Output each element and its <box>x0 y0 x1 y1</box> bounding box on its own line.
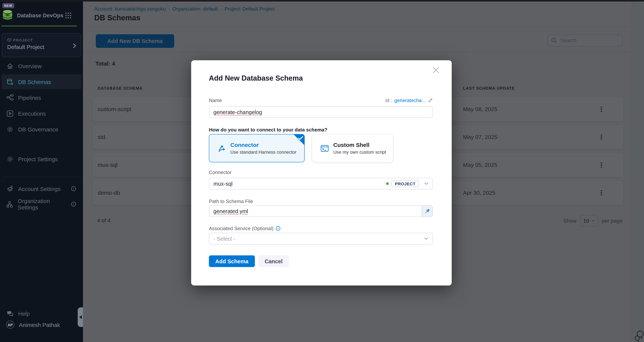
sidebar-nav: Overview DB Schemas <box>2 58 82 137</box>
home-icon <box>6 62 14 69</box>
sidebar-item-account-settings[interactable]: Account Settings <box>2 181 82 196</box>
cancel-button[interactable]: Cancel <box>258 255 289 267</box>
connector-label: Connector <box>209 169 232 175</box>
project-selector[interactable]: PROJECT Default Project <box>2 33 81 57</box>
sidebar-item-label: DB Governance <box>18 126 58 132</box>
sidebar-item-label: Executions <box>18 110 46 117</box>
connection-question: How do you want to connect to your data … <box>209 127 327 133</box>
org-hierarchy-icon <box>6 201 13 208</box>
database-devops-logo-icon: ∞ <box>2 9 13 20</box>
connector-value: mux-sql <box>214 181 233 187</box>
option-card-custom-shell[interactable]: Custom Shell Use my own custom script <box>312 134 393 162</box>
sidebar-item-label: Organization Settings <box>18 198 66 211</box>
name-input-value: generate-changelog <box>214 109 262 115</box>
terminal-icon <box>320 144 329 153</box>
info-icon[interactable] <box>276 226 281 231</box>
user-menu[interactable]: AP Animesh Pathak <box>2 317 82 332</box>
chevron-down-icon <box>424 237 428 240</box>
executions-icon <box>6 110 14 117</box>
pipelines-icon <box>6 94 14 101</box>
name-label: Name <box>209 97 222 103</box>
connector-scope: PROJECT <box>386 180 419 187</box>
help-chat-icon: ? <box>6 310 14 317</box>
sidebar-item-db-governance[interactable]: DB Governance <box>2 122 82 137</box>
edit-pencil-icon[interactable] <box>428 98 433 103</box>
product-name: Database DevOps <box>17 12 64 18</box>
service-label: Associated Service (Optional) <box>209 226 274 231</box>
id-value-link[interactable]: generatecha... <box>394 97 426 103</box>
option-title: Custom Shell <box>333 142 386 148</box>
user-name: Animesh Pathak <box>19 322 60 328</box>
path-input-value: generated.yml <box>214 208 248 214</box>
avatar: AP <box>6 321 14 329</box>
option-subtitle: Use my own custom script <box>333 150 386 155</box>
chevron-right-icon <box>73 43 76 48</box>
layers-icon <box>6 185 14 192</box>
modal-title: Add New Database Schema <box>209 74 303 82</box>
close-icon[interactable] <box>432 66 440 74</box>
app-window: NEW ∞ Database DevOps <box>0 0 644 342</box>
connector-select[interactable]: mux-sql PROJECT <box>209 178 433 189</box>
branch-arrows-icon <box>217 144 226 153</box>
pin-button[interactable] <box>422 205 433 217</box>
sidebar: NEW ∞ Database DevOps <box>0 1 83 342</box>
id-label: Id : <box>385 97 392 103</box>
sidebar-item-label: Overview <box>18 63 42 69</box>
scope-badge: PROJECT <box>392 180 419 187</box>
sidebar-item-pipelines[interactable]: Pipelines <box>2 90 82 105</box>
service-select[interactable]: - Select - <box>209 233 433 245</box>
sidebar-divider <box>2 177 81 177</box>
path-input[interactable]: generated.yml <box>209 205 433 217</box>
module-grid-icon[interactable] <box>65 12 72 19</box>
option-card-connector[interactable]: Connector Use standard Harness connector <box>209 134 305 162</box>
sidebar-item-organization-settings[interactable]: Organization Settings <box>2 197 82 212</box>
path-label: Path to Schema File <box>209 199 253 204</box>
add-schema-modal: Add New Database Schema Name Id : genera… <box>191 60 452 286</box>
sidebar-item-label: Help <box>18 310 30 317</box>
option-title: Connector <box>230 142 296 148</box>
gear-icon <box>6 155 14 163</box>
service-label-row: Associated Service (Optional) <box>209 226 281 231</box>
info-icon[interactable] <box>71 186 76 191</box>
entity-id-row: Id : generatecha... <box>385 97 433 103</box>
sidebar-item-project-settings[interactable]: Project Settings <box>2 151 82 166</box>
add-schema-button[interactable]: Add Schema <box>209 255 255 267</box>
service-placeholder: - Select - <box>214 236 235 242</box>
option-subtitle: Use standard Harness connector <box>230 150 296 155</box>
cube-icon <box>7 38 11 42</box>
sidebar-item-label: Account Settings <box>18 186 60 192</box>
check-icon <box>298 136 303 140</box>
svg-text:?: ? <box>8 311 10 314</box>
project-name: Default Project <box>7 44 44 50</box>
sidebar-item-label: DB Schemas <box>18 78 51 85</box>
db-schemas-icon <box>6 78 14 85</box>
sidebar-collapse-handle[interactable] <box>78 307 83 327</box>
modal-actions: Add Schema Cancel <box>209 255 289 267</box>
info-icon[interactable] <box>71 202 76 207</box>
collapse-left-icon <box>79 315 82 319</box>
name-input[interactable]: generate-changelog <box>209 106 433 118</box>
sidebar-item-label: Project Settings <box>18 156 58 162</box>
chevron-down-icon <box>424 182 428 185</box>
sidebar-item-executions[interactable]: Executions <box>2 106 82 121</box>
svg-text:∞: ∞ <box>5 11 10 18</box>
db-governance-icon <box>6 126 14 133</box>
window-top-strip <box>0 0 644 1</box>
new-badge: NEW <box>2 3 14 8</box>
status-dot <box>386 182 389 185</box>
sidebar-item-db-schemas[interactable]: DB Schemas <box>2 74 82 89</box>
project-scope-label: PROJECT <box>13 38 33 42</box>
sidebar-item-overview[interactable]: Overview <box>2 58 82 73</box>
brand-divider <box>2 26 77 26</box>
sidebar-item-label: Pipelines <box>18 94 41 101</box>
pin-icon <box>424 208 430 214</box>
